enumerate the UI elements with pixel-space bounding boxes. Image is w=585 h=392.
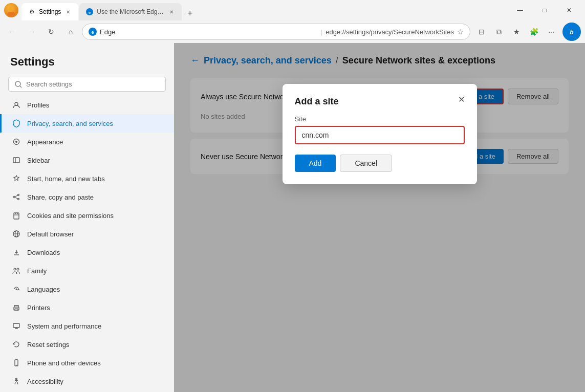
settings-tab-title: Settings: [39, 8, 61, 15]
svg-point-37: [16, 365, 17, 366]
address-bar[interactable]: e Edge | edge://settings/privacy/SecureN…: [82, 24, 470, 40]
sidebar-item-profiles[interactable]: Profiles: [0, 96, 174, 114]
share-label: Share, copy and paste: [27, 193, 94, 201]
svg-text:e: e: [91, 30, 94, 35]
svg-point-1: [7, 12, 15, 17]
svg-rect-32: [15, 309, 18, 310]
settings-tab-favicon: ⚙: [28, 8, 36, 16]
window-controls: — □ ✕: [508, 2, 581, 18]
home-button[interactable]: ⌂: [62, 24, 79, 40]
favorites-button[interactable]: ★: [508, 24, 525, 40]
languages-label: Languages: [27, 286, 60, 293]
svg-line-41: [17, 382, 18, 384]
sidebar-item-share[interactable]: Share, copy and paste: [0, 188, 174, 206]
tab-edge-secure[interactable]: e Use the Microsoft Edge Secure N... ✕: [79, 3, 182, 20]
collections-button[interactable]: ⊟: [473, 24, 490, 40]
accessibility-label: Accessibility: [27, 378, 63, 385]
site-input[interactable]: [295, 126, 465, 144]
sidebar-item-languages[interactable]: Languages: [0, 280, 174, 298]
sidebar-item-system[interactable]: System and performance: [0, 317, 174, 335]
svg-rect-13: [13, 158, 19, 163]
default-browser-label: Default browser: [27, 230, 74, 238]
cookies-icon: [12, 211, 21, 220]
privacy-icon: [12, 119, 21, 128]
sidebar-label: Sidebar: [27, 157, 50, 164]
address-separator: |: [321, 28, 322, 36]
split-screen-button[interactable]: ⧉: [491, 24, 507, 40]
browser-chrome: ⚙ Settings ✕ e Use the Microsoft Edge Se…: [0, 0, 585, 43]
add-site-dialog: Add a site ✕ Site Add Cancel: [283, 84, 477, 184]
site-field-label: Site: [295, 115, 465, 123]
refresh-button[interactable]: ↻: [43, 24, 59, 40]
tab-settings[interactable]: ⚙ Settings ✕: [21, 3, 78, 20]
title-bar-left: ⚙ Settings ✕ e Use the Microsoft Edge Se…: [4, 0, 197, 20]
family-icon: [12, 266, 21, 275]
svg-text:b: b: [570, 29, 573, 36]
svg-text:e: e: [89, 10, 91, 15]
settings-tab-close[interactable]: ✕: [64, 8, 72, 16]
search-input[interactable]: [26, 80, 159, 88]
accessibility-icon: [12, 377, 21, 386]
edge-tab-favicon: e: [85, 8, 94, 16]
dialog-cancel-button[interactable]: Cancel: [340, 155, 392, 172]
svg-point-16: [14, 197, 15, 198]
content-area: ← Privacy, search, and services / Secure…: [174, 43, 585, 392]
sidebar-item-reset[interactable]: Reset settings: [0, 335, 174, 354]
profile-avatar[interactable]: [4, 3, 18, 17]
svg-point-30: [16, 289, 17, 290]
start-icon: [12, 174, 21, 183]
extensions-button[interactable]: 🧩: [526, 24, 542, 40]
sidebar-item-downloads[interactable]: Downloads: [0, 243, 174, 262]
svg-line-9: [20, 86, 21, 88]
svg-point-17: [18, 199, 19, 200]
svg-line-40: [15, 382, 15, 384]
edge-logo-icon: e: [89, 28, 97, 36]
minimize-button[interactable]: —: [508, 2, 532, 18]
close-button[interactable]: ✕: [557, 2, 581, 18]
svg-rect-20: [14, 213, 19, 219]
reset-icon: [12, 340, 21, 349]
sidebar-item-sidebar[interactable]: Sidebar: [0, 151, 174, 169]
bookmark-icon[interactable]: ☆: [457, 28, 464, 36]
address-brand: Edge: [100, 28, 318, 36]
sidebar-item-start[interactable]: Start, home, and new tabs: [0, 169, 174, 188]
bing-copilot-button[interactable]: b: [562, 23, 581, 41]
back-button[interactable]: ←: [4, 24, 20, 40]
sidebar-item-appearance[interactable]: Appearance: [0, 133, 174, 151]
maximize-button[interactable]: □: [533, 2, 556, 18]
start-label: Start, home, and new tabs: [27, 175, 105, 183]
profiles-icon: [12, 100, 21, 110]
sidebar-item-family[interactable]: Family: [0, 262, 174, 280]
svg-point-22: [15, 213, 16, 214]
address-url: edge://settings/privacy/SecureNetworkSit…: [326, 28, 454, 36]
share-icon: [12, 192, 21, 202]
sidebar-nav-icon: [12, 156, 21, 165]
svg-point-12: [15, 141, 17, 143]
edge-tab-close[interactable]: ✕: [167, 8, 176, 16]
system-icon: [12, 321, 21, 331]
privacy-label: Privacy, search, and services: [27, 120, 113, 127]
sidebar-item-accessibility[interactable]: Accessibility: [0, 372, 174, 390]
search-box[interactable]: [8, 77, 166, 92]
sidebar-item-cookies[interactable]: Cookies and site permissions: [0, 206, 174, 225]
search-icon: [15, 81, 22, 88]
svg-point-0: [9, 6, 14, 11]
downloads-icon: [12, 248, 21, 257]
cookies-label: Cookies and site permissions: [27, 212, 114, 220]
sidebar-item-printers[interactable]: Printers: [0, 298, 174, 317]
main-layout: Settings Profiles Privacy, search, and s…: [0, 43, 585, 392]
languages-icon: [12, 285, 21, 294]
new-tab-button[interactable]: +: [183, 6, 197, 20]
printers-icon: [12, 303, 21, 312]
dialog-title: Add a site: [295, 96, 465, 107]
sidebar-item-default-browser[interactable]: Default browser: [0, 225, 174, 243]
dialog-overlay: Add a site ✕ Site Add Cancel: [174, 43, 585, 392]
settings-more-button[interactable]: ···: [543, 24, 559, 40]
nav-right-buttons: ⊟ ⧉ ★ 🧩 ···: [473, 24, 559, 40]
dialog-close-button[interactable]: ✕: [454, 92, 469, 106]
sidebar-item-phone[interactable]: Phone and other devices: [0, 354, 174, 372]
svg-point-29: [17, 268, 19, 270]
sidebar-item-privacy[interactable]: Privacy, search, and services: [0, 114, 174, 133]
forward-button[interactable]: →: [24, 24, 40, 40]
dialog-add-button[interactable]: Add: [295, 155, 336, 172]
